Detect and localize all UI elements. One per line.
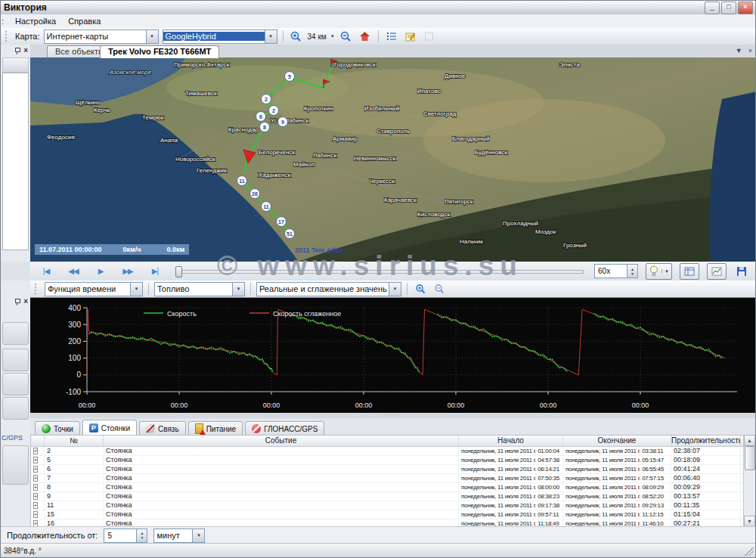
map-type-combobox[interactable]: GoogleHybrid ▼ xyxy=(163,29,277,44)
chart-zoom-out-button[interactable] xyxy=(432,282,447,296)
tab-точки[interactable]: Точки xyxy=(35,421,80,436)
column-header[interactable]: № xyxy=(45,436,104,446)
collapsed-group-button[interactable] xyxy=(2,349,29,371)
track-marker[interactable]: 17 xyxy=(277,217,287,227)
track-marker[interactable]: 51 xyxy=(285,229,295,239)
play-button[interactable]: ▶ xyxy=(91,267,110,275)
close-icon[interactable]: × xyxy=(23,47,28,54)
tab-глонасс/gps[interactable]: ГЛОНАСС/GPS xyxy=(245,421,324,436)
zoom-in-button[interactable] xyxy=(289,29,304,43)
expand-row-icon[interactable]: + xyxy=(33,457,38,463)
duration-value-spinner[interactable]: 5 ▲▼ xyxy=(104,529,147,543)
close-button[interactable]: × xyxy=(738,2,753,14)
track-marker[interactable]: 2 xyxy=(262,95,271,104)
show-chart-toggle[interactable] xyxy=(707,263,727,280)
track-marker[interactable]: 2 xyxy=(269,106,279,116)
highlight-button[interactable] xyxy=(646,265,662,278)
scroll-thumb[interactable] xyxy=(745,446,755,470)
show-table-toggle[interactable] xyxy=(680,263,699,280)
expand-row-icon[interactable]: + xyxy=(33,448,38,454)
table-row[interactable]: +8Стоянкапонедельник, 11 июля 2011 г. 08… xyxy=(31,483,754,492)
track-marker[interactable]: 6 xyxy=(256,112,266,122)
minimize-button[interactable]: _ xyxy=(705,2,720,14)
menu-help[interactable]: Справка xyxy=(62,16,107,26)
menu-settings[interactable]: Настройка xyxy=(9,16,62,26)
save-button[interactable] xyxy=(734,265,749,278)
spinner-arrows-icon[interactable]: ▲▼ xyxy=(627,265,637,277)
expand-row-icon[interactable]: + xyxy=(33,475,38,482)
parameter-combobox[interactable]: Топливо ▼ xyxy=(154,282,245,296)
chevron-down-icon[interactable]: ▼ xyxy=(232,283,244,296)
tab-list-dropdown-icon[interactable]: ▼ xyxy=(736,47,742,54)
column-header[interactable]: Окончание xyxy=(563,436,671,446)
map-view[interactable]: Азовское мореПриморско-АхтарскГородовико… xyxy=(30,57,755,262)
column-header[interactable]: Начало xyxy=(459,436,563,446)
tab-close-icon[interactable]: × xyxy=(748,47,752,54)
track-marker[interactable]: 11 xyxy=(262,202,271,212)
track-marker[interactable]: 8 xyxy=(260,122,270,132)
pin-icon[interactable] xyxy=(14,298,20,305)
chevron-down-icon[interactable]: ▼ xyxy=(192,529,204,542)
edit-notes-button[interactable] xyxy=(403,29,418,43)
scroll-down-icon[interactable]: ▼ xyxy=(744,516,755,527)
function-combobox[interactable]: Функция времени ▼ xyxy=(45,282,143,296)
resize-grip[interactable] xyxy=(745,547,754,556)
tab-связь[interactable]: Связь xyxy=(139,421,186,436)
track-marker[interactable]: 5 xyxy=(285,72,295,82)
expand-row-icon[interactable]: + xyxy=(33,511,38,518)
table-row[interactable]: +9Стоянкапонедельник, 11 июля 2011 г. 08… xyxy=(31,492,754,501)
pin-icon[interactable] xyxy=(14,47,20,54)
restore-button[interactable]: □ xyxy=(721,2,736,14)
collapsed-group-button[interactable] xyxy=(2,445,29,485)
zoom-out-button[interactable] xyxy=(339,29,354,43)
chevron-down-icon[interactable]: ▼ xyxy=(389,283,401,296)
tab-питание[interactable]: Питание xyxy=(188,421,243,436)
track-marker[interactable]: 9 xyxy=(278,117,288,127)
timeline-slider[interactable] xyxy=(175,266,584,276)
table-row[interactable]: +6Стоянкапонедельник, 11 июля 2011 г. 06… xyxy=(31,465,754,474)
bulb-dropdown-icon[interactable]: ▼ xyxy=(662,269,671,274)
speed-spinner[interactable]: 60x ▲▼ xyxy=(594,264,638,278)
slider-handle[interactable] xyxy=(175,266,182,277)
chevron-down-icon[interactable]: ▼ xyxy=(265,30,277,43)
track-marker[interactable]: 26 xyxy=(250,189,260,199)
table-row[interactable]: +2Стоянкапонедельник, 11 июля 2011 г. 01… xyxy=(31,447,754,456)
collapsed-group-button[interactable] xyxy=(2,322,29,345)
column-header[interactable]: Событие xyxy=(104,436,459,446)
tab-track[interactable]: Трек Volvo FE320 T666MT xyxy=(100,45,219,58)
scale-dropdown-icon[interactable]: ▼ xyxy=(330,34,335,39)
list-button[interactable] xyxy=(384,29,399,43)
map-place-label: Армавир xyxy=(333,135,358,142)
skip-start-button[interactable]: |◀ xyxy=(36,267,56,275)
chart-zoom-in-button[interactable] xyxy=(413,282,428,296)
expand-row-icon[interactable]: + xyxy=(33,466,38,473)
collapsed-group-button[interactable] xyxy=(2,397,29,420)
duration-unit-combobox[interactable]: минут ▼ xyxy=(153,529,205,543)
close-icon[interactable]: × xyxy=(23,298,28,305)
collapsed-group-button[interactable] xyxy=(2,373,29,395)
values-mode-combobox[interactable]: Реальные и сглаженные значень ▼ xyxy=(256,282,401,296)
table-row[interactable]: +7Стоянкапонедельник, 11 июля 2011 г. 07… xyxy=(31,474,754,483)
left-panel-content[interactable] xyxy=(2,73,29,250)
chevron-down-icon[interactable]: ▼ xyxy=(130,283,142,296)
table-row[interactable]: +11Стоянкапонедельник, 11 июля 2011 г. 0… xyxy=(31,501,754,510)
column-header[interactable]: Продолжительность xyxy=(671,436,741,446)
table-row[interactable]: +15Стоянкапонедельник, 11 июля 2011 г. 0… xyxy=(31,510,754,519)
home-extent-button[interactable] xyxy=(358,29,373,43)
tab-стоянки[interactable]: PСтоянки xyxy=(82,420,137,436)
track-marker[interactable]: 11 xyxy=(237,176,247,186)
expand-row-icon[interactable]: + xyxy=(33,502,38,509)
rewind-button[interactable]: ◀◀ xyxy=(64,267,83,275)
spinner-arrows-icon[interactable]: ▲▼ xyxy=(136,529,147,542)
table-row[interactable]: +5Стоянкапонедельник, 11 июля 2011 г. 04… xyxy=(31,456,754,465)
expand-row-icon[interactable]: + xyxy=(33,484,38,491)
horizontal-splitter[interactable]: ······· xyxy=(30,413,755,418)
chevron-down-icon[interactable]: ▼ xyxy=(146,30,158,43)
skip-end-button[interactable]: ▶| xyxy=(145,267,165,275)
expand-row-icon[interactable]: + xyxy=(33,493,38,500)
fast-forward-button[interactable]: ▶▶ xyxy=(118,267,138,275)
table-scrollbar[interactable]: ▲ ▼ xyxy=(743,435,755,527)
scroll-up-icon[interactable]: ▲ xyxy=(744,435,755,446)
map-source-combobox[interactable]: Интернет-карты ▼ xyxy=(44,29,159,44)
column-header[interactable] xyxy=(31,436,45,446)
